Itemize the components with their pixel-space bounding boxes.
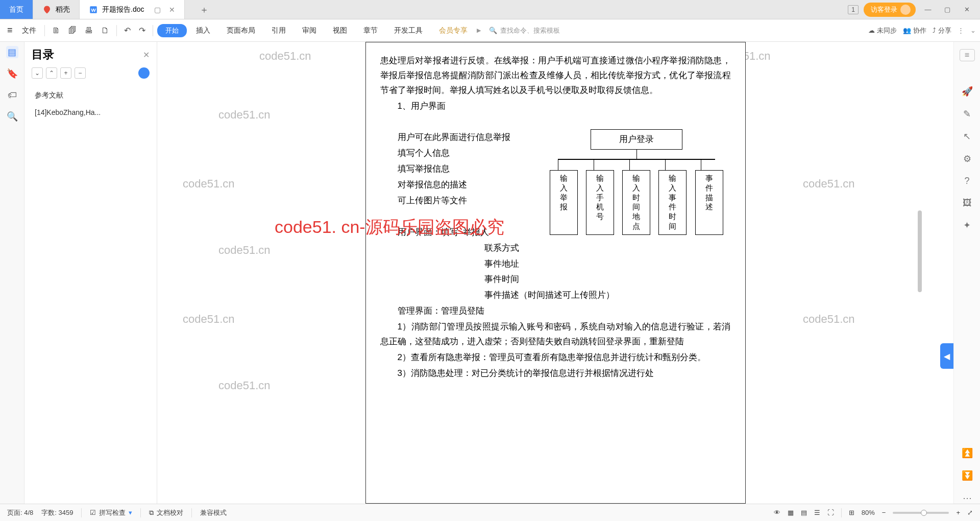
paragraph: 3）消防隐患处理：对已分类统计的举报信息进行并根据情况进行处 bbox=[380, 366, 731, 381]
zoom-knob[interactable] bbox=[921, 510, 927, 516]
fullscreen-view-icon[interactable]: ⛶ bbox=[827, 509, 834, 516]
outline-collapse-icon[interactable]: ⌄ bbox=[32, 67, 43, 79]
tab-close-icon[interactable]: ✕ bbox=[169, 6, 175, 14]
maximize-button[interactable]: ▢ bbox=[940, 4, 954, 15]
outline-sync-icon[interactable] bbox=[138, 67, 150, 79]
more-menus-chevron[interactable]: ▶ bbox=[477, 27, 481, 34]
file-menu[interactable]: 文件 bbox=[18, 24, 40, 37]
share-button[interactable]: ⤴分享 bbox=[933, 26, 951, 35]
save-icon[interactable]: 🗎 bbox=[49, 24, 63, 37]
page-down-icon[interactable]: ⏬ bbox=[962, 470, 973, 481]
outline-remove-icon[interactable]: − bbox=[75, 67, 86, 79]
tab-home-label: 首页 bbox=[9, 5, 23, 14]
sparkle-icon[interactable]: ✦ bbox=[963, 220, 971, 231]
tab-document-label: 开题报告.doc bbox=[102, 5, 144, 14]
collapse-ribbon-icon[interactable]: ⌄ bbox=[970, 27, 976, 34]
hamburger-icon[interactable]: ≡ bbox=[4, 23, 16, 38]
outline-rail-icon[interactable]: ▤ bbox=[6, 46, 18, 58]
cursor-icon[interactable]: ↖ bbox=[963, 131, 971, 142]
help-icon[interactable]: ? bbox=[964, 176, 969, 186]
menu-view[interactable]: 视图 bbox=[326, 23, 354, 38]
menu-page-layout[interactable]: 页面布局 bbox=[219, 23, 262, 38]
side-pull-tab[interactable]: ◀ bbox=[940, 343, 953, 369]
diagram-box: 输入时间地点 bbox=[622, 170, 650, 235]
watermark: code51.cn bbox=[218, 108, 271, 122]
zoom-slider[interactable] bbox=[893, 512, 949, 514]
fullscreen-icon[interactable]: ⤢ bbox=[967, 509, 973, 516]
save-as-icon[interactable]: 🗐 bbox=[65, 24, 80, 37]
paragraph: 管理界面：管理员登陆 bbox=[380, 304, 731, 319]
menu-chapter[interactable]: 章节 bbox=[356, 23, 385, 38]
tab-new[interactable]: ＋ bbox=[185, 0, 224, 19]
outline-close-icon[interactable]: ✕ bbox=[143, 50, 150, 60]
sync-status[interactable]: ☁未同步 bbox=[868, 26, 897, 35]
outline-add-icon[interactable]: + bbox=[60, 67, 71, 79]
avatar-icon bbox=[900, 5, 911, 15]
page-indicator[interactable]: 页面: 4/8 bbox=[7, 508, 33, 517]
ribbon-rail-icon[interactable]: 🏷 bbox=[6, 89, 18, 101]
search-rail-icon[interactable]: 🔍 bbox=[6, 110, 18, 123]
command-search[interactable]: 🔍查找命令、搜索模板 bbox=[489, 26, 560, 35]
zoom-fit-icon[interactable]: ⊞ bbox=[849, 509, 854, 516]
compat-mode[interactable]: 兼容模式 bbox=[200, 508, 227, 517]
window-count-badge[interactable]: 1 bbox=[848, 5, 859, 14]
present-icon[interactable]: ▢ bbox=[154, 6, 161, 14]
paragraph: 患处理后对举报者进行反馈。在线举报：用户手机端可直接通过微信小程序举报消防隐患，… bbox=[380, 54, 731, 98]
status-right: 👁 ▦ ▤ ☰ ⛶ ⊞ 80% − + ⤢ bbox=[774, 508, 973, 517]
zoom-out-button[interactable]: − bbox=[882, 509, 886, 516]
bookmark-rail-icon[interactable]: 🔖 bbox=[6, 67, 18, 80]
close-window-button[interactable]: ✕ bbox=[960, 4, 974, 15]
menu-dev[interactable]: 开发工具 bbox=[387, 23, 430, 38]
redo-icon[interactable]: ↷ bbox=[136, 23, 149, 37]
more-icon[interactable]: ⋮ bbox=[958, 27, 964, 34]
reading-view-icon[interactable]: 👁 bbox=[774, 509, 780, 516]
print-icon[interactable]: 🖶 bbox=[82, 24, 96, 37]
zoom-in-button[interactable]: + bbox=[956, 509, 960, 516]
collab-button[interactable]: 👥协作 bbox=[903, 26, 926, 35]
search-icon: 🔍 bbox=[489, 27, 497, 34]
check-icon: ☑ bbox=[90, 509, 96, 516]
scrollbar-thumb[interactable] bbox=[918, 210, 922, 292]
watermark: code51.cn bbox=[803, 313, 855, 326]
settings-slider-icon[interactable]: ⚙ bbox=[963, 153, 971, 164]
pen-icon[interactable]: ✎ bbox=[963, 108, 971, 120]
menu-review[interactable]: 审阅 bbox=[295, 23, 324, 38]
minimize-button[interactable]: — bbox=[921, 4, 935, 15]
outline-expand-icon[interactable]: ⌃ bbox=[46, 67, 57, 79]
outline-item[interactable]: [14]KeboZhang,Ha... bbox=[32, 104, 150, 121]
paragraph: 2）查看所有隐患举报：管理员可查看所有隐患举报信息并进行统计和甄别分类。 bbox=[380, 350, 731, 365]
search-placeholder: 查找命令、搜索模板 bbox=[500, 26, 560, 35]
outline-item[interactable]: 参考文献 bbox=[32, 87, 150, 104]
tab-document[interactable]: W 开题报告.doc ▢ ✕ bbox=[80, 0, 185, 19]
vertical-scrollbar[interactable] bbox=[917, 83, 923, 488]
spellcheck-toggle[interactable]: ☑拼写检查▾ bbox=[90, 508, 132, 517]
tab-daoke[interactable]: 稻壳 bbox=[33, 0, 80, 19]
print-preview-icon[interactable]: 🗋 bbox=[98, 24, 112, 37]
paragraph: 事件描述（时间描述可上传照片） bbox=[380, 288, 731, 303]
web-view-icon[interactable]: ▤ bbox=[801, 509, 807, 516]
more-tools-icon[interactable]: ⋯ bbox=[963, 492, 972, 504]
menu-start[interactable]: 开始 bbox=[157, 24, 187, 37]
titlebar-right: 1 访客登录 — ▢ ✕ bbox=[848, 0, 980, 19]
guest-login-button[interactable]: 访客登录 bbox=[864, 3, 916, 17]
page-up-icon[interactable]: ⏫ bbox=[962, 447, 973, 459]
watermark: code51.cn bbox=[218, 244, 271, 257]
outline-view-icon[interactable]: ☰ bbox=[814, 509, 820, 516]
layout-view-icon[interactable]: ▦ bbox=[788, 509, 794, 516]
menu-insert[interactable]: 插入 bbox=[189, 23, 217, 38]
plus-icon: ＋ bbox=[194, 4, 214, 16]
style-panel-icon[interactable]: ≡ bbox=[960, 49, 975, 61]
document-canvas[interactable]: code51.cn code51.cn code51.cn code51.cn … bbox=[157, 42, 953, 504]
menu-reference[interactable]: 引用 bbox=[264, 23, 293, 38]
outline-panel: 目录 ✕ ⌄ ⌃ + − 参考文献 [14]KeboZhang,Ha... bbox=[24, 42, 157, 504]
undo-icon[interactable]: ↶ bbox=[121, 23, 134, 37]
proofread-button[interactable]: ⧉文档校对 bbox=[149, 508, 183, 517]
outline-list: 参考文献 [14]KeboZhang,Ha... bbox=[24, 84, 157, 124]
menu-vip[interactable]: 会员专享 bbox=[432, 23, 475, 38]
word-count[interactable]: 字数: 3459 bbox=[41, 508, 73, 517]
image-edit-icon[interactable]: 🖼 bbox=[963, 198, 972, 208]
rocket-icon[interactable]: 🚀 bbox=[962, 86, 973, 97]
tab-home[interactable]: 首页 bbox=[0, 0, 33, 19]
watermark: code51.cn bbox=[218, 379, 271, 392]
zoom-value[interactable]: 80% bbox=[862, 509, 875, 516]
